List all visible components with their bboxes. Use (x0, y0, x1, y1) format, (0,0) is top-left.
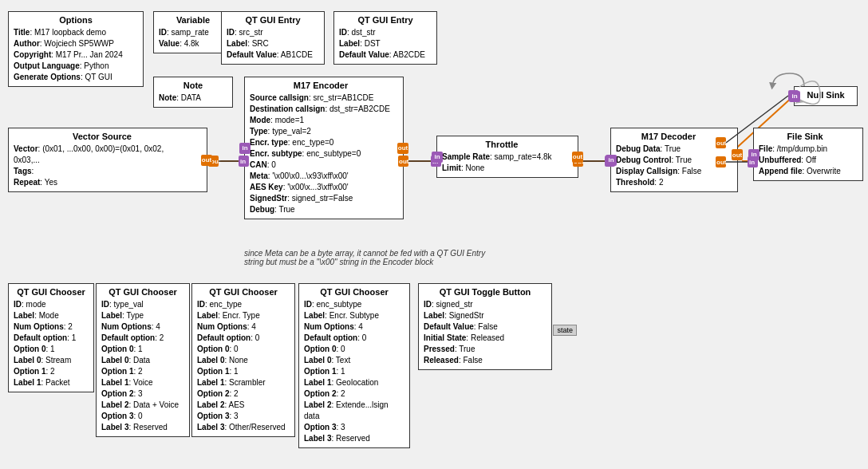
m17-decoder-out-port: out (732, 149, 743, 160)
state-button[interactable]: state (553, 325, 577, 336)
qt-gui-chooser-mode-block: QT GUI Chooser ID: mode Label: Mode Num … (8, 283, 94, 392)
qt-gui-entry-dst-block: QT GUI Entry ID: dst_str Label: DST Defa… (333, 11, 437, 65)
qt-gui-chooser-encsubtype-block: QT GUI Chooser ID: enc_subtype Label: En… (298, 283, 410, 448)
m17-encoder-block: M17 Encoder Source callsign: src_str=AB1… (244, 77, 404, 219)
qt-gui-chooser-enctype-block: QT GUI Chooser ID: enc_type Label: Encr.… (191, 283, 295, 437)
m17-encoder-in-port: in (239, 143, 251, 154)
qt-gui-chooser-type-block: QT GUI Chooser ID: type_val Label: Type … (96, 283, 190, 437)
throttle-in-port: in (432, 152, 443, 163)
throttle-out-port: out (572, 152, 583, 163)
null-sink-in-port: in (789, 91, 800, 102)
m17-encoder-out-port: out (397, 143, 408, 154)
null-sink-block: Null Sink in (794, 86, 858, 106)
options-block: Options Title: M17 loopback demo Author:… (8, 11, 144, 87)
vector-source-out-port: out (201, 155, 212, 166)
file-sink-in-port: in (748, 149, 760, 160)
qt-gui-entry-src-block: QT GUI Entry ID: src_str Label: SRC Defa… (221, 11, 325, 65)
m17-decoder-in-port: in (606, 155, 617, 166)
options-title: Options (14, 15, 138, 25)
annotation-text: since Meta can be a byte array, it canno… (244, 249, 485, 266)
file-sink-block: File Sink File: /tmp/dump.bin Unbuffered… (753, 128, 863, 181)
m17-decoder-block: M17 Decoder Debug Data: True Debug Contr… (610, 128, 738, 192)
qt-gui-toggle-block: QT GUI Toggle Button ID: signed_str Labe… (418, 283, 552, 370)
note-block: Note Note: DATA (153, 77, 233, 108)
vector-source-block: Vector Source Vector: (0x01, ...0x00, 0x… (8, 128, 207, 192)
throttle-block: Throttle Sample Rate: samp_rate=4.8k Lim… (436, 136, 578, 178)
